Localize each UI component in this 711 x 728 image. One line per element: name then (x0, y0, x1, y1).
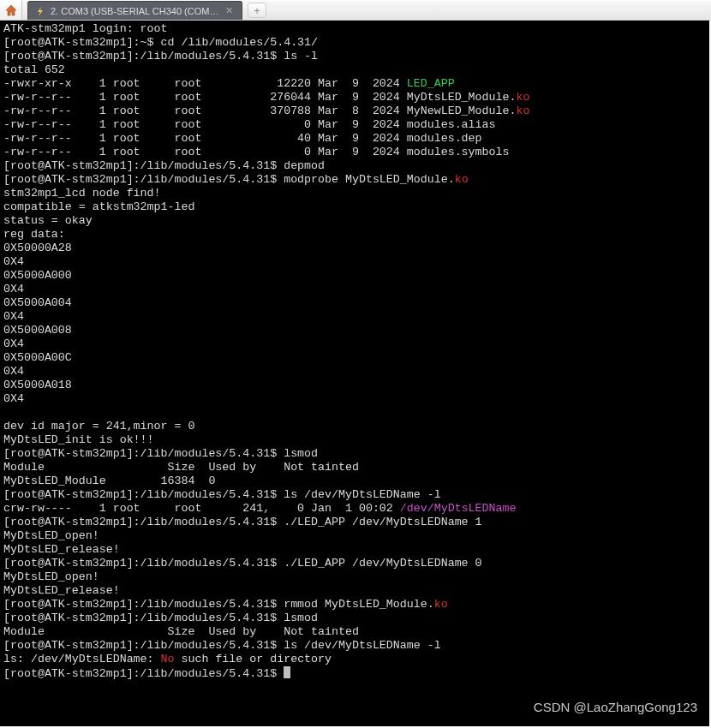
tab-serial[interactable]: 2. COM3 (USB-SERIAL CH340 (COM… ✕ (27, 1, 242, 20)
home-button[interactable] (0, 1, 22, 20)
terminal[interactable]: ATK-stm32mp1 login: root [root@ATK-stm32… (0, 21, 709, 726)
titlebar: 2. COM3 (USB-SERIAL CH340 (COM… ✕ ＋ (0, 0, 711, 21)
tab-title: 2. COM3 (USB-SERIAL CH340 (COM… (51, 6, 218, 16)
plus-icon: ＋ (252, 3, 262, 18)
new-tab-button[interactable]: ＋ (248, 3, 266, 18)
lightning-icon (35, 6, 45, 16)
close-icon[interactable]: ✕ (224, 5, 235, 16)
home-icon (4, 3, 18, 17)
